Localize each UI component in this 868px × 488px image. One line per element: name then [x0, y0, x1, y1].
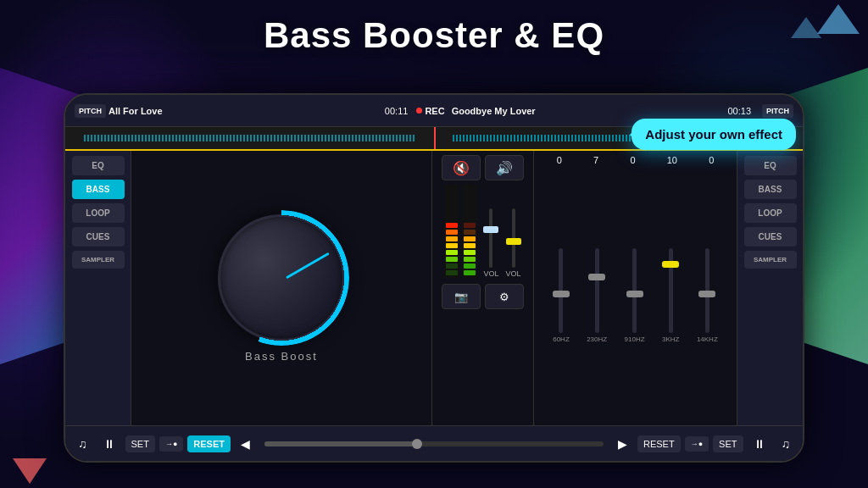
right-bass-button[interactable]: BASS [744, 180, 797, 199]
music-left-button[interactable]: ♫ [72, 434, 93, 454]
eq-fader-910hz-track[interactable] [632, 248, 637, 333]
right-track-name: Goodbye My Lover [452, 106, 536, 116]
rec-dot [416, 108, 422, 114]
knob-container: Bass Boost [218, 214, 345, 363]
eq-freq-910hz: 910HZ [625, 336, 645, 343]
vol-fader-left-track[interactable] [489, 208, 492, 268]
right-cues-button[interactable]: CUES [744, 227, 797, 247]
eq-fader-3khz: 3KHZ [662, 248, 679, 343]
rec-button[interactable]: REC [416, 106, 444, 116]
vol-label-left: VOL [483, 269, 498, 278]
progress-fill [264, 441, 417, 446]
set-left-button[interactable]: SET [125, 435, 155, 452]
vol-fader-left: VOL [483, 208, 498, 278]
mixer-camera-button[interactable]: 📷 [442, 284, 481, 309]
left-bass-button[interactable]: BASS [72, 180, 125, 199]
left-cues-button[interactable]: CUES [72, 227, 125, 247]
mixer-buttons: 🔇 🔊 [442, 155, 524, 180]
eq-fader-230hz-thumb[interactable] [588, 274, 605, 280]
rec-label: REC [425, 106, 444, 116]
eq-freq-14khz: 14KHZ [697, 336, 718, 343]
tooltip-text: Adjust your own effect [645, 127, 782, 141]
mixer-icon-buttons: 📷 ⚙ [442, 284, 524, 309]
right-track-info: Goodbye My Lover 00:13 [452, 106, 760, 116]
eq-val-2: 0 [630, 155, 635, 165]
vol-fader-right-track[interactable] [512, 208, 515, 268]
right-panel: EQ BASS LOOP CUES SAMPLER [737, 151, 803, 425]
knob-label: Bass Boost [245, 350, 318, 363]
vol-fader-left-thumb[interactable] [483, 226, 498, 233]
page-title: Bass Booster & EQ [0, 15, 868, 56]
triangle-bottom-left [13, 458, 47, 484]
eq-val-1: 7 [593, 155, 598, 165]
vu-meters: VOL VOL [444, 185, 520, 278]
vol-faders: VOL VOL [483, 208, 520, 278]
eq-freq-60hz: 60HZ [553, 336, 570, 343]
eq-freq-3khz: 3KHZ [662, 336, 679, 343]
waveform-left [65, 127, 434, 149]
left-panel: EQ BASS LOOP CUES SAMPLER [65, 151, 131, 425]
set-right-button[interactable]: SET [713, 435, 743, 452]
left-time-display: 00:11 [385, 106, 409, 116]
right-loop-button[interactable]: LOOP [744, 203, 797, 223]
eq-faders: 60HZ 230HZ 910HZ [541, 169, 730, 421]
bass-boost-knob[interactable] [218, 214, 345, 341]
left-loop-button[interactable]: LOOP [72, 203, 125, 223]
tooltip-bubble: Adjust your own effect [632, 119, 796, 150]
playhead [434, 127, 436, 149]
pitch-left-button[interactable]: PITCH [75, 104, 106, 118]
transport-bar: ♫ ⏸ SET →● RESET ◀ ▶ RESET →● SET ⏸ ♫ [65, 425, 803, 461]
eq-values: 0 7 0 10 0 [541, 155, 730, 165]
eq-fader-910hz-thumb[interactable] [626, 291, 643, 297]
eq-fader-910hz: 910HZ [625, 248, 645, 343]
music-right-button[interactable]: ♫ [776, 434, 797, 454]
eq-fader-230hz-track[interactable] [595, 248, 599, 333]
right-eq-button[interactable]: EQ [744, 156, 797, 175]
vol-fader-right: VOL [506, 208, 521, 278]
vol-fader-right-thumb[interactable] [506, 238, 521, 245]
eq-val-4: 0 [709, 155, 714, 165]
eq-section: 0 7 0 10 0 60HZ 230 [533, 151, 737, 425]
eq-fader-14khz: 14KHZ [697, 248, 718, 343]
left-eq-button[interactable]: EQ [72, 156, 125, 175]
right-time-display: 00:13 [727, 106, 751, 116]
eq-fader-60hz-thumb[interactable] [553, 291, 570, 297]
arrow-rec-left-button[interactable]: →● [159, 436, 183, 452]
arrow-rec-right-button[interactable]: →● [685, 436, 709, 452]
center-area: Bass Boost [131, 151, 431, 425]
eq-fader-3khz-track[interactable] [669, 248, 673, 333]
main-content: EQ BASS LOOP CUES SAMPLER Bass Boost 🔇 🔊 [65, 151, 803, 425]
left-track-name: All For Love [108, 106, 163, 116]
eq-freq-230hz: 230HZ [587, 336, 607, 343]
left-sampler-button[interactable]: SAMPLER [72, 251, 125, 269]
prev-button[interactable]: ◀ [235, 434, 256, 454]
eq-fader-14khz-thumb[interactable] [698, 291, 715, 297]
eq-fader-60hz-track[interactable] [559, 248, 563, 333]
mixer-settings-button[interactable]: ⚙ [485, 284, 524, 309]
eq-val-3: 10 [667, 155, 677, 165]
eq-fader-14khz-track[interactable] [705, 248, 709, 333]
next-button[interactable]: ▶ [612, 434, 633, 454]
vu-meter-left [444, 185, 459, 278]
vu-meter-right [462, 185, 477, 278]
knob-arc [214, 210, 349, 346]
eq-val-0: 0 [557, 155, 562, 165]
progress-thumb[interactable] [412, 439, 422, 449]
left-track-info: All For Love 00:11 [108, 106, 416, 116]
mixer-volume-button[interactable]: 🔊 [485, 155, 524, 180]
reset-left-button[interactable]: RESET [187, 435, 231, 452]
pause-right-button[interactable]: ⏸ [748, 434, 771, 454]
eq-fader-3khz-thumb[interactable] [662, 261, 679, 268]
reset-right-button[interactable]: RESET [637, 435, 681, 452]
pause-left-button[interactable]: ⏸ [97, 434, 121, 454]
pitch-right-button[interactable]: PITCH [762, 104, 793, 118]
vol-label-right: VOL [506, 269, 521, 278]
right-sampler-button[interactable]: SAMPLER [744, 251, 797, 269]
mixer-section: 🔇 🔊 [431, 151, 533, 425]
mixer-mute-button[interactable]: 🔇 [442, 155, 481, 180]
progress-bar[interactable] [264, 441, 604, 446]
eq-fader-230hz: 230HZ [587, 248, 607, 343]
waveform-left-line [84, 135, 416, 141]
eq-fader-60hz: 60HZ [553, 248, 570, 343]
